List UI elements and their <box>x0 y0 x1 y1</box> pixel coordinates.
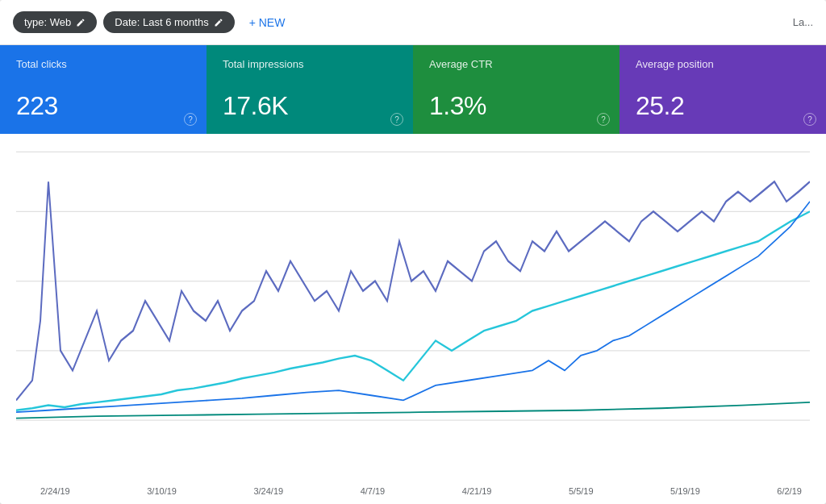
line-chart <box>16 142 810 480</box>
x-label-4: 4/21/19 <box>462 486 492 496</box>
app-window: type: Web Date: Last 6 months + NEW La..… <box>0 0 826 504</box>
stat-card-average-position[interactable]: Average position 25.2 ? <box>620 45 826 134</box>
type-filter-label: type: Web <box>24 16 71 28</box>
x-label-0: 2/24/19 <box>40 486 70 496</box>
stat-value-ctr: 1.3% <box>429 91 603 121</box>
new-button[interactable]: + NEW <box>241 11 294 34</box>
x-label-3: 4/7/19 <box>361 486 386 496</box>
type-filter-pill[interactable]: type: Web <box>13 11 97 33</box>
x-label-7: 6/2/19 <box>777 486 802 496</box>
chart-area: 2/24/19 3/10/19 3/24/19 4/7/19 4/21/19 5… <box>0 134 826 504</box>
stat-value-impressions: 17.6K <box>223 91 397 121</box>
stat-value-position: 25.2 <box>636 91 810 121</box>
stat-label-clicks: Total clicks <box>16 58 190 70</box>
stat-card-total-clicks[interactable]: Total clicks 223 ? <box>0 45 206 134</box>
toolbar: type: Web Date: Last 6 months + NEW La..… <box>0 0 826 45</box>
x-label-5: 5/5/19 <box>569 486 594 496</box>
help-icon-clicks[interactable]: ? <box>184 113 197 126</box>
new-button-label: + NEW <box>249 16 286 29</box>
x-label-1: 3/10/19 <box>147 486 177 496</box>
help-icon-position[interactable]: ? <box>803 113 816 126</box>
date-filter-label: Date: Last 6 months <box>115 16 208 28</box>
help-icon-impressions[interactable]: ? <box>390 113 403 126</box>
impressions-line <box>16 211 810 410</box>
x-label-6: 5/19/19 <box>670 486 700 496</box>
stat-label-position: Average position <box>636 58 810 70</box>
edit-icon <box>76 18 86 27</box>
help-icon-ctr[interactable]: ? <box>597 113 610 126</box>
stat-card-total-impressions[interactable]: Total impressions 17.6K ? <box>206 45 413 134</box>
toolbar-right-text: La... <box>793 16 813 28</box>
stat-label-impressions: Total impressions <box>223 58 397 70</box>
stats-row: Total clicks 223 ? Total impressions 17.… <box>0 45 826 134</box>
date-filter-pill[interactable]: Date: Last 6 months <box>103 11 234 33</box>
stat-label-ctr: Average CTR <box>429 58 603 70</box>
edit-icon <box>214 18 223 27</box>
stat-value-clicks: 223 <box>16 91 190 121</box>
x-label-2: 3/24/19 <box>253 486 283 496</box>
ctr-line <box>16 202 810 412</box>
stat-card-average-ctr[interactable]: Average CTR 1.3% ? <box>413 45 620 134</box>
x-axis-labels: 2/24/19 3/10/19 3/24/19 4/7/19 4/21/19 5… <box>16 483 810 496</box>
